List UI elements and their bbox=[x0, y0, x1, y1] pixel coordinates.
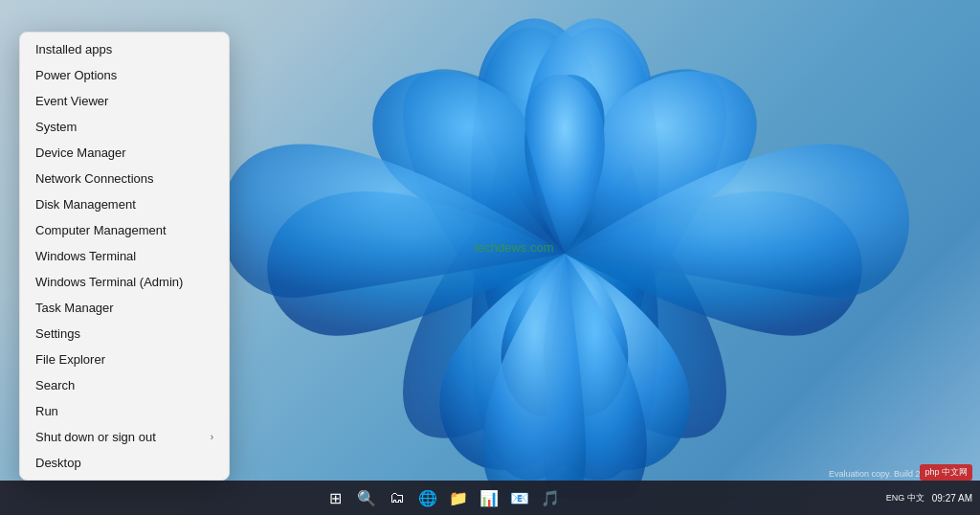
taskbar-lang: ENG 中文 bbox=[886, 492, 924, 504]
context-menu-item-4[interactable]: Device Manager bbox=[20, 140, 229, 166]
context-menu-item-1[interactable]: Power Options bbox=[20, 62, 229, 88]
php-badge: php 中文网 bbox=[920, 464, 972, 481]
context-menu-item-5[interactable]: Network Connections bbox=[20, 166, 229, 191]
context-menu-item-2[interactable]: Event Viewer bbox=[20, 88, 229, 114]
taskbar-icon-1[interactable]: 🔍 bbox=[353, 484, 380, 511]
context-menu-item-16[interactable]: Desktop bbox=[20, 450, 229, 476]
context-menu-item-12[interactable]: File Explorer bbox=[20, 347, 229, 372]
taskbar-clock: 09:27 AM bbox=[932, 492, 972, 504]
submenu-arrow-icon: › bbox=[211, 432, 213, 442]
taskbar-icon-5[interactable]: 📊 bbox=[476, 484, 502, 511]
taskbar-icon-3[interactable]: 🌐 bbox=[414, 484, 441, 511]
context-menu-item-15[interactable]: Shut down or sign out› bbox=[20, 424, 229, 450]
taskbar-icon-2[interactable]: 🗂 bbox=[384, 484, 411, 511]
context-menu-item-7[interactable]: Computer Management bbox=[20, 217, 229, 243]
context-menu-item-10[interactable]: Task Manager bbox=[20, 295, 229, 321]
taskbar: ⊞🔍🗂🌐📁📊📧🎵 ENG 中文 09:27 AM bbox=[0, 481, 980, 515]
context-menu-item-11[interactable]: Settings bbox=[20, 321, 229, 347]
windows-flower-wallpaper bbox=[191, 10, 938, 498]
context-menu-item-0[interactable]: Installed apps bbox=[20, 36, 229, 62]
context-menu-item-9[interactable]: Windows Terminal (Admin) bbox=[20, 269, 229, 295]
taskbar-system-tray: ENG 中文 09:27 AM bbox=[886, 492, 980, 504]
context-menu-item-8[interactable]: Windows Terminal bbox=[20, 243, 229, 269]
context-menu-item-3[interactable]: System bbox=[20, 114, 229, 140]
taskbar-icon-7[interactable]: 🎵 bbox=[537, 484, 564, 511]
taskbar-icon-6[interactable]: 📧 bbox=[506, 484, 533, 511]
taskbar-icons: ⊞🔍🗂🌐📁📊📧🎵 bbox=[0, 484, 886, 511]
taskbar-icon-4[interactable]: 📁 bbox=[445, 484, 472, 511]
context-menu-item-6[interactable]: Disk Management bbox=[20, 191, 229, 217]
taskbar-icon-0[interactable]: ⊞ bbox=[323, 484, 349, 511]
context-menu-item-14[interactable]: Run bbox=[20, 398, 229, 424]
desktop: techdews.com Installed appsPower Options… bbox=[0, 0, 980, 515]
context-menu: Installed appsPower OptionsEvent ViewerS… bbox=[19, 32, 230, 481]
context-menu-item-13[interactable]: Search bbox=[20, 372, 229, 398]
